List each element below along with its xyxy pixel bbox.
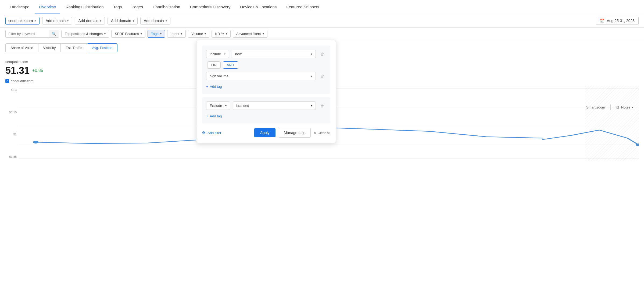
date-range-button[interactable]: 📅 Aug 25-31, 2023 [596, 17, 639, 25]
chevron-down-icon: ▾ [311, 75, 312, 78]
kd-filter[interactable]: KD % ▾ [212, 30, 230, 38]
exclude-select[interactable]: Exclude ▾ [206, 102, 230, 110]
chart-top-right-controls: Smart zoom 🗒 Notes ▾ [586, 104, 633, 110]
exclude-filter-group: Exclude ▾ branded ▾ 🗑 + Add tag [202, 97, 330, 124]
and-button[interactable]: AND [223, 61, 238, 69]
divider [610, 104, 611, 110]
nav-item-devices-locations[interactable]: Devices & Locations [236, 1, 281, 13]
y-label-3: 51 [5, 133, 19, 136]
tag-value-select-2[interactable]: high volume ▾ [206, 72, 316, 80]
add-domain-button-3[interactable]: Add domain ▾ [108, 17, 138, 24]
advanced-filters[interactable]: Advanced filters ▾ [233, 30, 268, 38]
chevron-down-icon: ▾ [160, 32, 162, 35]
tags-filter-popup: Include ▾ new ▾ 🗑 OR AND high volume ▾ 🗑… [196, 40, 336, 143]
manage-tags-button[interactable]: Manage tags [279, 128, 311, 138]
chevron-down-icon: ▾ [263, 32, 264, 35]
add-tag-button-exclude[interactable]: + Add tag [206, 113, 222, 119]
nav-item-tags[interactable]: Tags [109, 1, 126, 13]
delete-exclude-tag-button[interactable]: 🗑 [319, 102, 326, 110]
add-domain-button-1[interactable]: Add domain ▾ [42, 17, 72, 24]
chevron-down-icon: ▾ [133, 19, 134, 22]
tag-value-select-1[interactable]: new ▾ [232, 50, 316, 58]
nav-item-pages[interactable]: Pages [127, 1, 147, 13]
volume-filter[interactable]: Volume ▾ [188, 30, 209, 38]
hatch-overlay [585, 86, 639, 161]
include-filter-group: Include ▾ new ▾ 🗑 OR AND high volume ▾ 🗑… [202, 46, 330, 94]
chevron-down-icon: ▾ [311, 104, 312, 107]
include-row: Include ▾ new ▾ 🗑 [206, 50, 326, 58]
line-start-dot [33, 141, 38, 144]
notes-icon: 🗒 [616, 105, 620, 109]
chevron-down-icon: ▾ [181, 32, 182, 35]
domain-chip: seoquake.com × [5, 17, 40, 24]
filter-bar: 🔍 Top positions & changes ▾ SERP Feature… [0, 28, 644, 40]
chevron-down-icon: ▾ [100, 19, 101, 22]
y-axis: 49.3 50.15 51 51.85 [5, 86, 19, 161]
high-volume-row: high volume ▾ 🗑 [206, 72, 326, 80]
nav-item-cannibalization[interactable]: Cannibalization [148, 1, 185, 13]
chevron-down-icon: ▾ [141, 32, 142, 35]
metric-change: +0.85 [32, 68, 43, 73]
keyword-search-wrap: 🔍 [5, 30, 59, 38]
plus-icon: + [206, 114, 208, 118]
chevron-down-icon: ▾ [104, 32, 106, 35]
nav-item-overview[interactable]: Overview [35, 1, 60, 13]
avg-position-tab[interactable]: Avg. Position [87, 43, 117, 52]
y-label-2: 50.15 [5, 111, 19, 114]
chevron-down-icon: ▾ [226, 32, 227, 35]
add-tag-button-include[interactable]: + Add tag [206, 83, 222, 90]
or-and-toggle: OR AND [206, 61, 326, 69]
serp-features-filter[interactable]: SERP Features ▾ [111, 30, 145, 38]
legend-domain-label: seoquake.com [11, 79, 34, 83]
filter-icon: ⚙ [202, 131, 205, 135]
tag-value-select-branded[interactable]: branded ▾ [233, 102, 316, 110]
add-domain-button-2[interactable]: Add domain ▾ [75, 17, 105, 24]
plus-icon: + [206, 85, 208, 89]
y-label-4: 51.85 [5, 155, 19, 158]
exclude-row: Exclude ▾ branded ▾ 🗑 [206, 102, 326, 110]
search-button[interactable]: 🔍 [49, 30, 59, 37]
domain-bar: seoquake.com × Add domain ▾ Add domain ▾… [0, 14, 644, 28]
search-input[interactable] [6, 30, 49, 37]
nav-item-competitors-discovery[interactable]: Competitors Discovery [185, 1, 235, 13]
chevron-down-icon: ▾ [67, 19, 69, 22]
clear-all-button[interactable]: × Clear all [314, 131, 330, 135]
intent-filter[interactable]: Intent ▾ [167, 30, 186, 38]
nav-item-featured-snippets[interactable]: Featured Snippets [282, 1, 324, 13]
nav-item-rankings-distribution[interactable]: Rankings Distribution [61, 1, 108, 13]
legend-item[interactable]: ✓ seoquake.com [5, 79, 34, 83]
domain-close-button[interactable]: × [34, 19, 37, 23]
tags-filter[interactable]: Tags ▾ [148, 30, 165, 38]
top-navigation: Landscape Overview Rankings Distribution… [0, 0, 644, 14]
close-icon: × [314, 131, 316, 135]
add-domain-button-4[interactable]: Add domain ▾ [140, 17, 170, 24]
visibility-tab[interactable]: Visibility [38, 43, 61, 52]
checkbox-icon: ✓ [5, 79, 9, 83]
domain-name: seoquake.com [8, 19, 33, 23]
chevron-down-icon: ▾ [311, 52, 312, 55]
smart-zoom-label: Smart zoom [586, 105, 605, 109]
chevron-down-icon: ▾ [166, 19, 167, 22]
calendar-icon: 📅 [600, 19, 604, 23]
top-positions-filter[interactable]: Top positions & changes ▾ [61, 30, 109, 38]
notes-button[interactable]: 🗒 Notes ▾ [616, 105, 633, 109]
chevron-down-icon: ▾ [205, 32, 206, 35]
or-button[interactable]: OR [207, 61, 221, 69]
est-traffic-tab[interactable]: Est. Traffic [60, 43, 87, 52]
apply-button[interactable]: Apply [254, 128, 276, 137]
chevron-down-icon: ▾ [224, 52, 226, 55]
chevron-down-icon: ▾ [632, 106, 633, 109]
nav-item-landscape[interactable]: Landscape [5, 1, 34, 13]
include-select[interactable]: Include ▾ [206, 50, 229, 58]
y-label-1: 49.3 [5, 88, 19, 92]
chevron-down-icon: ▾ [225, 104, 227, 107]
delete-include-tag-button[interactable]: 🗑 [319, 50, 326, 58]
share-of-voice-tab[interactable]: Share of Voice [5, 43, 38, 52]
delete-high-volume-tag-button[interactable]: 🗑 [319, 72, 326, 80]
popup-footer: ⚙ Add filter Apply Manage tags × Clear a… [202, 128, 330, 138]
add-filter-button[interactable]: ⚙ Add filter [202, 131, 221, 135]
